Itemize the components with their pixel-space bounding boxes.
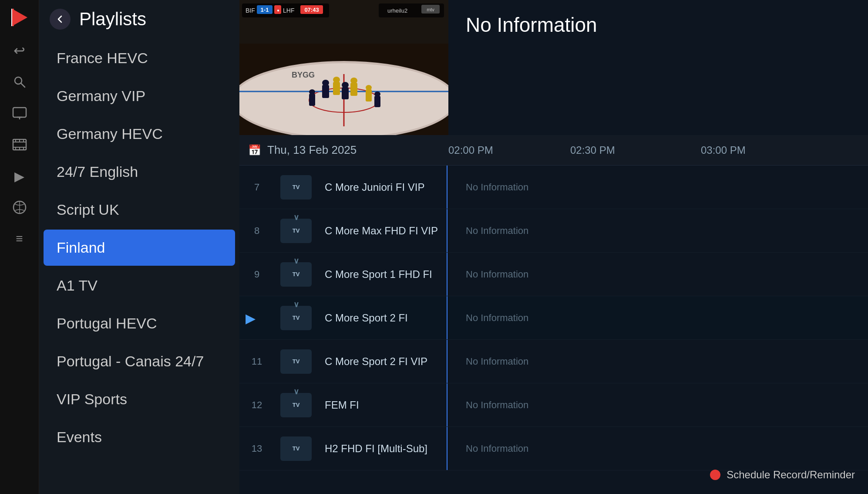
channel-name-block: C More Sport 2 FI VIP: [318, 355, 457, 368]
channel-number: 12: [239, 399, 274, 411]
sidebar-item-germany-hevc[interactable]: Germany HEVC: [44, 116, 235, 152]
channel-name: C More Sport 2 FI VIP: [325, 355, 450, 368]
sidebar-item-a1-tv[interactable]: A1 TV: [44, 267, 235, 304]
sidebar-item-vip-sports[interactable]: VIP Sports: [44, 381, 235, 417]
dropdown-arrow-icon: ∨: [293, 213, 299, 222]
channel-name-block: H2 FHD FI [Multi-Sub]: [318, 442, 457, 455]
nav-live-tv[interactable]: [0, 98, 39, 129]
program-info: No Information: [457, 269, 868, 280]
channel-name: C More Sport 1 FHD FI: [325, 267, 450, 281]
table-row[interactable]: 8 ∨ TV C More Max FHD FI VIP No Informat…: [239, 209, 868, 253]
sidebar-title: Playlists: [79, 9, 146, 30]
table-row[interactable]: 13 TV H2 FHD FI [Multi-Sub] No Informati…: [239, 427, 868, 470]
channel-number: 8: [239, 225, 274, 237]
svg-text:1-1: 1-1: [261, 7, 269, 13]
program-title: No Information: [466, 13, 851, 37]
sidebar-item-portugal-canais[interactable]: Portugal - Canais 24/7: [44, 343, 235, 379]
dropdown-arrow-icon: ∨: [293, 387, 299, 396]
program-info: No Information: [457, 443, 868, 454]
main-content: BYGG BIF 1-1 ● LHF 07:43 urheilu2 mtv No…: [239, 0, 868, 494]
tv-icon: TV: [280, 349, 312, 374]
channel-icon-block: ∨ TV: [274, 306, 318, 330]
channel-list: 7 TV C More Juniori FI VIP No Informatio…: [239, 166, 868, 494]
time-label-2: 02:30 PM: [570, 144, 615, 156]
svg-text:BIF: BIF: [246, 7, 255, 14]
app-logo[interactable]: [7, 4, 33, 30]
program-info: No Information: [457, 225, 868, 237]
svg-point-39: [374, 91, 380, 97]
channel-name: H2 FHD FI [Multi-Sub]: [325, 442, 450, 455]
channel-name-block: FEM FI: [318, 398, 457, 412]
nav-movies[interactable]: [0, 129, 39, 160]
nav-back[interactable]: ↩: [0, 35, 39, 66]
svg-point-31: [342, 82, 349, 88]
program-info: No Information: [457, 399, 868, 411]
nav-settings[interactable]: ≡: [0, 223, 39, 254]
sidebar-item-portugal-hevc[interactable]: Portugal HEVC: [44, 305, 235, 342]
nav-vod[interactable]: ▶: [0, 160, 39, 192]
hockey-scene: BYGG BIF 1-1 ● LHF 07:43 urheilu2 mtv: [239, 0, 448, 135]
tv-icon: TV: [280, 436, 312, 461]
time-label-1: 02:00 PM: [448, 144, 493, 156]
sidebar-item-script-uk[interactable]: Script UK: [44, 192, 235, 228]
sidebar-item-germany-vip[interactable]: Germany VIP: [44, 78, 235, 114]
channel-icon-block: TV: [274, 175, 318, 200]
channel-number: 13: [239, 443, 274, 454]
svg-point-37: [366, 85, 372, 90]
svg-text:●: ●: [277, 8, 279, 13]
sidebar-item-24-7-english[interactable]: 24/7 English: [44, 154, 235, 190]
tv-icon: TV: [280, 175, 312, 200]
video-player[interactable]: BYGG BIF 1-1 ● LHF 07:43 urheilu2 mtv: [239, 0, 448, 135]
channel-name: C More Max FHD FI VIP: [325, 224, 450, 237]
table-row[interactable]: 12 ∨ TV FEM FI No Information: [239, 383, 868, 427]
svg-rect-32: [350, 83, 357, 96]
timeline-header: 📅 Thu, 13 Feb 2025 02:00 PM 02:30 PM 03:…: [239, 135, 868, 166]
channel-name: C More Juniori FI VIP: [325, 180, 450, 194]
channel-number: 9: [239, 269, 274, 280]
info-area: No Information: [448, 0, 868, 135]
nav-sports[interactable]: [0, 192, 39, 223]
nav-search[interactable]: [0, 66, 39, 98]
channel-icon-block: TV: [274, 349, 318, 374]
svg-text:LHF: LHF: [283, 7, 294, 14]
table-row[interactable]: ▶ ∨ TV C More Sport 2 FI No Information: [239, 296, 868, 340]
svg-rect-5: [13, 108, 26, 117]
program-info: No Information: [457, 356, 868, 367]
sidebar-item-finland[interactable]: Finland: [44, 230, 235, 266]
channel-name-block: C More Juniori FI VIP: [318, 180, 457, 194]
sidebar-header: Playlists: [39, 0, 239, 38]
svg-point-27: [322, 80, 329, 86]
timeline-date: Thu, 13 Feb 2025: [267, 143, 357, 157]
svg-rect-26: [322, 85, 329, 98]
svg-point-35: [309, 89, 315, 95]
record-reminder[interactable]: Schedule Record/Reminder: [710, 469, 855, 481]
tv-icon: ∨ TV: [280, 262, 312, 287]
sidebar-item-france-hevc[interactable]: France HEVC: [44, 40, 235, 76]
svg-rect-38: [374, 96, 380, 107]
table-row[interactable]: 11 TV C More Sport 2 FI VIP No Informati…: [239, 340, 868, 383]
schedule-area: 📅 Thu, 13 Feb 2025 02:00 PM 02:30 PM 03:…: [239, 135, 868, 494]
time-label-3: 03:00 PM: [701, 144, 746, 156]
program-info: No Information: [457, 312, 868, 324]
table-row[interactable]: 9 ∨ TV C More Sport 1 FHD FI No Informat…: [239, 253, 868, 296]
svg-text:07:43: 07:43: [304, 7, 319, 13]
dropdown-arrow-icon: ∨: [293, 256, 299, 266]
channel-name: FEM FI: [325, 398, 450, 412]
record-reminder-label: Schedule Record/Reminder: [727, 469, 855, 481]
nav-bar: ↩ ▶ ≡: [0, 0, 39, 494]
tv-icon: ∨ TV: [280, 393, 312, 417]
channel-name-block: C More Sport 1 FHD FI: [318, 267, 457, 281]
sidebar-item-events[interactable]: Events: [44, 419, 235, 455]
channel-icon-block: ∨ TV: [274, 393, 318, 417]
calendar-icon: 📅: [248, 144, 261, 156]
dropdown-arrow-icon: ∨: [293, 300, 299, 309]
timeline-date-block: 📅 Thu, 13 Feb 2025: [239, 143, 448, 157]
svg-point-33: [350, 78, 357, 84]
record-dot-icon: [710, 470, 720, 480]
tv-icon: ∨ TV: [280, 306, 312, 330]
table-row[interactable]: 7 TV C More Juniori FI VIP No Informatio…: [239, 166, 868, 209]
back-button[interactable]: [50, 9, 71, 30]
svg-rect-30: [342, 87, 349, 99]
svg-rect-28: [333, 82, 340, 95]
tv-icon: ∨ TV: [280, 219, 312, 243]
